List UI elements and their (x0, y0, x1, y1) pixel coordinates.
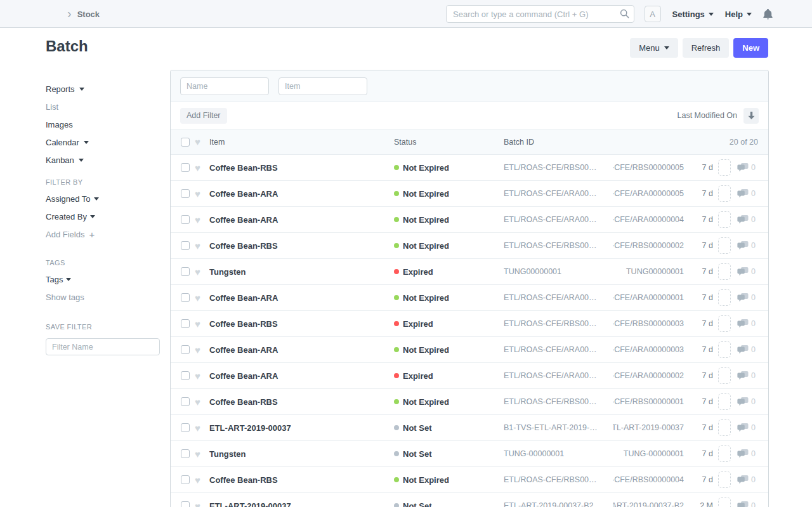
table-row[interactable]: ♥ Coffee Bean-ARA Expired ETL/ROAS-CFE/A… (171, 363, 768, 389)
row-checkbox[interactable] (181, 319, 190, 328)
heart-icon[interactable]: ♥ (195, 501, 204, 507)
assign-placeholder[interactable] (718, 393, 731, 410)
comments-indicator[interactable]: 0 (737, 267, 756, 276)
assign-placeholder[interactable] (718, 211, 731, 228)
item-name[interactable]: Coffee Bean-RBS (209, 319, 394, 329)
heart-icon[interactable]: ♥ (195, 475, 204, 485)
assigned-to-filter[interactable]: Assigned To (46, 194, 160, 204)
table-row[interactable]: ♥ ETL-ART-2019-00037 Not Set ETL-ART-201… (171, 493, 768, 507)
table-row[interactable]: ♥ Coffee Bean-ARA Not Expired ETL/ROAS-C… (171, 181, 768, 207)
batch-id-link[interactable]: ETL/ROAS-CFE/ARA00000001 (504, 293, 600, 302)
new-button[interactable]: New (733, 38, 768, 58)
item-name[interactable]: Tungsten (209, 449, 394, 459)
comments-indicator[interactable]: 0 (737, 397, 756, 406)
select-all-checkbox[interactable] (181, 138, 190, 147)
filter-name-input[interactable] (46, 338, 160, 355)
batch-id-link[interactable]: ETL/ROAS-CFE/RBS00000002 (504, 241, 600, 250)
table-row[interactable]: ♥ Tungsten Not Set TUNG-00000001 TUNG-00… (171, 441, 768, 467)
user-avatar[interactable]: A (645, 6, 661, 22)
table-row[interactable]: ♥ Coffee Bean-RBS Not Expired ETL/ROAS-C… (171, 233, 768, 259)
help-menu[interactable]: Help (725, 10, 752, 19)
heart-icon[interactable]: ♥ (195, 293, 204, 303)
row-checkbox[interactable] (181, 449, 190, 458)
comments-indicator[interactable]: 0 (737, 345, 756, 354)
item-name[interactable]: Coffee Bean-RBS (209, 241, 394, 251)
heart-icon[interactable]: ♥ (195, 423, 204, 433)
assign-placeholder[interactable] (718, 445, 731, 462)
batch-id-link[interactable]: ETL/ROAS-CFE/ARA00000004 (504, 215, 600, 224)
tags-filter[interactable]: Tags (46, 274, 160, 285)
row-checkbox[interactable] (181, 423, 190, 432)
comments-indicator[interactable]: 0 (737, 371, 756, 380)
batch-id-link[interactable]: TUNG-00000001 (504, 449, 600, 458)
item-name[interactable]: Coffee Bean-ARA (209, 189, 394, 199)
table-row[interactable]: ♥ Coffee Bean-RBS Not Expired ETL/ROAS-C… (171, 389, 768, 415)
assign-placeholder[interactable] (718, 367, 731, 384)
batch-id-link[interactable]: ETL/ROAS-CFE/RBS00000004 (504, 475, 600, 484)
comments-indicator[interactable]: 0 (737, 319, 756, 328)
assign-placeholder[interactable] (718, 497, 731, 507)
row-checkbox[interactable] (181, 501, 190, 507)
batch-id-link[interactable]: ETL/ROAS-CFE/ARA00000002 (504, 371, 600, 380)
assign-placeholder[interactable] (718, 341, 731, 358)
item-name[interactable]: Coffee Bean-ARA (209, 215, 394, 225)
batch-id-link[interactable]: TUNG00000001 (504, 267, 600, 276)
comments-indicator[interactable]: 0 (737, 241, 756, 250)
table-row[interactable]: ♥ Coffee Bean-ARA Not Expired ETL/ROAS-C… (171, 337, 768, 363)
table-row[interactable]: ♥ Coffee Bean-ARA Not Expired ETL/ROAS-C… (171, 207, 768, 233)
table-row[interactable]: ♥ ETL-ART-2019-00037 Not Set B1-TVS-ETL-… (171, 415, 768, 441)
heart-icon[interactable]: ♥ (195, 215, 204, 225)
item-name[interactable]: Coffee Bean-RBS (209, 163, 394, 173)
refresh-button[interactable]: Refresh (683, 38, 730, 58)
heart-icon[interactable]: ♥ (195, 163, 204, 173)
assign-placeholder[interactable] (718, 237, 731, 254)
comments-indicator[interactable]: 0 (737, 449, 756, 458)
heart-icon[interactable]: ♥ (195, 241, 204, 251)
breadcrumb-stock[interactable]: Stock (77, 10, 100, 19)
item-name[interactable]: Coffee Bean-RBS (209, 475, 394, 485)
row-checkbox[interactable] (181, 293, 190, 302)
batch-id-link[interactable]: ETL-ART-2019-00037-B2 (504, 501, 600, 507)
sort-direction-button[interactable] (743, 108, 759, 124)
table-row[interactable]: ♥ Coffee Bean-RBS Not Expired ETL/ROAS-C… (171, 467, 768, 493)
batch-id-link[interactable]: ETL/ROAS-CFE/ARA00000003 (504, 345, 600, 354)
assign-placeholder[interactable] (718, 471, 731, 488)
sort-field-label[interactable]: Last Modified On (678, 111, 738, 120)
row-checkbox[interactable] (181, 163, 190, 172)
assign-placeholder[interactable] (718, 159, 731, 176)
sidebar-item-kanban[interactable]: Kanban (46, 155, 160, 166)
sidebar-item-list[interactable]: List (46, 102, 160, 112)
item-name[interactable]: Coffee Bean-ARA (209, 345, 394, 355)
table-row[interactable]: ♥ Tungsten Expired TUNG00000001 TUNG0000… (171, 259, 768, 285)
name-filter-input[interactable] (180, 77, 269, 95)
table-row[interactable]: ♥ Coffee Bean-RBS Expired ETL/ROAS-CFE/R… (171, 311, 768, 337)
row-checkbox[interactable] (181, 475, 190, 484)
item-name[interactable]: Coffee Bean-ARA (209, 371, 394, 381)
assign-placeholder[interactable] (718, 315, 731, 332)
add-filter-button[interactable]: Add Filter (180, 108, 227, 124)
assign-placeholder[interactable] (718, 185, 731, 202)
heart-icon[interactable]: ♥ (195, 267, 204, 277)
row-checkbox[interactable] (181, 267, 190, 276)
row-checkbox[interactable] (181, 189, 190, 198)
sidebar-item-images[interactable]: Images (46, 119, 160, 130)
item-name[interactable]: Coffee Bean-RBS (209, 397, 394, 407)
search-input[interactable] (446, 5, 634, 23)
heart-icon[interactable]: ♥ (195, 345, 204, 355)
comments-indicator[interactable]: 0 (737, 475, 756, 484)
assign-placeholder[interactable] (718, 263, 731, 280)
heart-icon[interactable]: ♥ (195, 371, 204, 381)
comments-indicator[interactable]: 0 (737, 215, 756, 224)
heart-icon[interactable]: ♥ (195, 319, 204, 329)
row-checkbox[interactable] (181, 345, 190, 354)
row-checkbox[interactable] (181, 371, 190, 380)
table-row[interactable]: ♥ Coffee Bean-ARA Not Expired ETL/ROAS-C… (171, 285, 768, 311)
item-name[interactable]: Tungsten (209, 267, 394, 277)
heart-icon[interactable]: ♥ (195, 449, 204, 459)
batch-id-link[interactable]: ETL/ROAS-CFE/RBS00000005 (504, 163, 600, 172)
item-filter-input[interactable] (278, 77, 367, 95)
heart-icon[interactable]: ♥ (195, 189, 204, 199)
assign-placeholder[interactable] (718, 419, 731, 436)
heart-icon[interactable]: ♥ (195, 397, 204, 407)
row-checkbox[interactable] (181, 241, 190, 250)
